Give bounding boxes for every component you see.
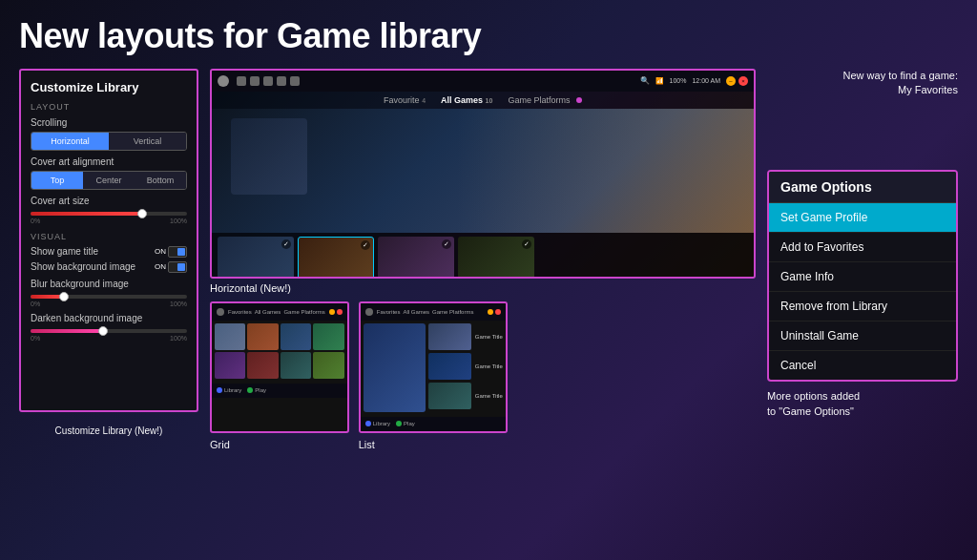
grid-footer-label-2: Play (255, 387, 266, 393)
scrolling-label: Scrolling (31, 117, 187, 128)
align-top-btn[interactable]: Top (31, 172, 83, 189)
grid-footer: Library Play (212, 384, 347, 398)
game-card-ghostrunner[interactable]: ✓ Ghostrunner 2 (298, 237, 374, 279)
minimize-btn[interactable]: – (726, 76, 736, 86)
back-icon[interactable] (218, 75, 229, 87)
cover-art-size-slider[interactable]: 0% 100% (31, 212, 187, 224)
grid-tile-2 (247, 323, 278, 350)
hero-area (212, 109, 754, 233)
header-right: 🔍 📶 100% 12:00 AM – × (640, 76, 748, 86)
game-option-set-profile[interactable]: Set Game Profile (769, 203, 956, 233)
horizontal-new-label: Horizontal (New!) (210, 282, 756, 294)
grid-tile-8 (313, 352, 343, 379)
main-container: New layouts for Game library Customize L… (0, 0, 977, 560)
layout-section-label: LAYOUT (31, 102, 187, 112)
list-title-3: Game Title (475, 393, 503, 399)
game-option-remove-library[interactable]: Remove from Library (769, 292, 956, 321)
annotation-bottom-text: More options addedto "Game Options" (767, 390, 860, 416)
list-min-btn (488, 309, 493, 315)
header-icons (237, 76, 300, 86)
list-footer-1: Library (365, 421, 390, 426)
scrolling-vertical-btn[interactable]: Vertical (109, 133, 186, 150)
header-icon-4 (277, 76, 286, 86)
list-footer-2: Play (396, 421, 415, 426)
tab-favourite-count: 4 (422, 97, 426, 104)
game-card-robocop[interactable]: ✓ RoboCop: Rogue City (378, 237, 454, 279)
show-game-title-label: Show game title (31, 246, 98, 257)
tab-all-games[interactable]: All Games 10 (441, 95, 492, 105)
grid-header-icon (217, 308, 224, 316)
visual-section-label: VISUAL (31, 232, 187, 241)
darken-min: 0% (31, 335, 40, 342)
search-icon[interactable]: 🔍 (640, 76, 650, 85)
starfield-check: ✓ (281, 239, 291, 249)
list-tab-platforms: Game Platforms (432, 309, 473, 315)
grid-header: Favorites All Games Game Platforms (212, 303, 347, 321)
cover-art-size-label: Cover art size (31, 196, 187, 206)
list-footer-dot-1 (365, 421, 371, 426)
list-item-1: Game Title (428, 323, 503, 350)
cover-art-alignment-label: Cover art alignment (31, 156, 187, 167)
grid-tile-4 (313, 323, 343, 350)
show-bg-image-row: Show background image ON (31, 261, 187, 273)
game-options-title: Game Options (769, 172, 956, 203)
list-content: Game Title Game Title Game Title (361, 321, 506, 415)
align-center-btn[interactable]: Center (83, 172, 135, 189)
game-card-eso[interactable]: ✓ The Elder Scrolls® Online (458, 237, 534, 279)
customize-panel-title: Customize Library (31, 80, 187, 94)
grid-tab-platforms: Game Platforms (283, 309, 324, 315)
game-option-cancel[interactable]: Cancel (769, 351, 956, 380)
blur-max: 100% (170, 301, 187, 307)
list-tab-all-games: All Games (403, 309, 429, 315)
game-cards-row: ✓ StarNeXt ✓ Ghostrunner 2 ✓ RoboCop: Ro… (212, 233, 754, 279)
wifi-icon: 📶 (655, 77, 664, 85)
grid-content (212, 321, 347, 382)
favorites-dot (576, 97, 582, 103)
list-item-3: Game Title (428, 383, 503, 409)
blur-bg-label: Blur background image (31, 279, 187, 289)
game-option-uninstall[interactable]: Uninstall Game (769, 321, 956, 351)
list-featured-art (364, 323, 426, 412)
header-icon-1 (237, 76, 246, 86)
grid-tab-favorites: Favorites (228, 309, 252, 315)
hero-left-art (231, 118, 307, 195)
blur-slider[interactable]: 0% 100% (31, 295, 187, 307)
grid-tile-1 (215, 323, 245, 350)
grid-tile-5 (215, 352, 245, 379)
scrolling-toggle-group: Horizontal Vertical (31, 132, 187, 151)
main-library-screenshot: 🔍 📶 100% 12:00 AM – × (210, 69, 756, 279)
header-icon-3 (263, 76, 273, 86)
grid-footer-2: Play (247, 387, 266, 393)
show-bg-image-toggle[interactable]: ON (155, 261, 187, 273)
eso-check: ✓ (522, 239, 531, 249)
right-panel: New way to find a game:My Favorites Game… (767, 69, 958, 420)
tab-game-platforms[interactable]: Game Platforms (508, 95, 582, 105)
list-header: Favorites All Games Game Platforms (361, 303, 506, 321)
list-footer: Library Play (361, 417, 506, 431)
content-area: Customize Library LAYOUT Scrolling Horiz… (19, 69, 958, 450)
window-controls: – × (726, 76, 748, 86)
tab-favourite-label: Favourite (384, 95, 420, 105)
game-option-game-info[interactable]: Game Info (769, 262, 956, 292)
clock: 12:00 AM (692, 77, 720, 84)
close-btn[interactable]: × (738, 76, 748, 86)
game-option-add-favorites[interactable]: Add to Favorites (769, 233, 956, 262)
tab-all-games-count: 10 (486, 97, 493, 104)
show-game-title-toggle[interactable]: ON (155, 246, 187, 258)
darken-slider[interactable]: 0% 100% (31, 329, 187, 342)
tab-all-games-label: All Games (441, 95, 483, 105)
customize-caption: Customize Library (New!) (55, 425, 163, 436)
list-header-icon (365, 308, 373, 316)
grid-close-btn (337, 309, 343, 315)
header-left (218, 75, 300, 87)
ghostrunner-check: ✓ (361, 240, 370, 250)
grid-tab-all-games: All Games (255, 309, 281, 315)
grid-screenshot: Favorites All Games Game Platforms (210, 301, 349, 433)
tab-favourite[interactable]: Favourite 4 (384, 95, 426, 105)
align-bottom-btn[interactable]: Bottom (135, 172, 186, 189)
list-title-1: Game Title (475, 334, 503, 340)
scrolling-horizontal-btn[interactable]: Horizontal (31, 133, 109, 150)
game-card-starfield[interactable]: ✓ StarNeXt (218, 237, 294, 279)
show-game-title-value: ON (155, 247, 166, 256)
header-icon-5 (290, 76, 300, 86)
